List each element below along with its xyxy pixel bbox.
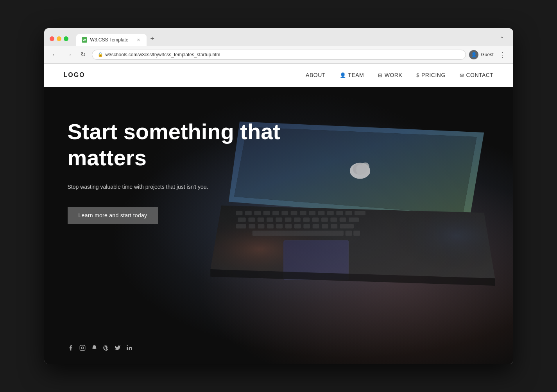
active-tab[interactable]: W W3.CSS Template × [76, 34, 147, 46]
nav-link-about[interactable]: ABOUT [306, 72, 326, 78]
pricing-icon: $ [416, 72, 419, 78]
twitter-icon[interactable] [115, 345, 121, 353]
browser-window: W W3.CSS Template × + ⌃ ← → ↻ 🔒 w3school… [44, 28, 513, 364]
pinterest-icon[interactable] [103, 345, 109, 353]
address-text: w3schools.com/w3css/tryw3css_templates_s… [106, 52, 220, 57]
site-nav-links: ABOUT 👤 TEAM ⊞ WORK $ PRICING ✉ CONTACT [306, 72, 493, 78]
team-icon: 👤 [340, 72, 346, 78]
svg-point-56 [127, 345, 128, 346]
minimize-button[interactable] [57, 36, 61, 41]
hero-cta-button[interactable]: Learn more and start today [68, 207, 158, 224]
snapchat-icon[interactable] [91, 345, 97, 353]
browser-menu-button[interactable]: ⋮ [497, 49, 508, 60]
lock-icon: 🔒 [98, 52, 103, 57]
nav-label-pricing: PRICING [421, 72, 446, 78]
back-button[interactable]: ← [50, 49, 61, 60]
maximize-button[interactable] [64, 36, 68, 41]
work-icon: ⊞ [378, 72, 383, 78]
tab-bar: W W3.CSS Template × + [76, 32, 492, 46]
close-button[interactable] [50, 36, 54, 41]
nav-link-pricing[interactable]: $ PRICING [416, 72, 446, 78]
nav-label-work: WORK [385, 72, 403, 78]
social-icons [44, 345, 513, 364]
traffic-lights [50, 36, 68, 41]
refresh-button[interactable]: ↻ [78, 49, 89, 60]
user-button[interactable]: 👤 Guest [469, 50, 493, 59]
nav-label-about: ABOUT [306, 72, 326, 78]
hero-title: Start something that matters [68, 118, 333, 171]
nav-link-contact[interactable]: ✉ CONTACT [460, 72, 494, 78]
forward-button[interactable]: → [64, 49, 75, 60]
nav-link-work[interactable]: ⊞ WORK [378, 72, 402, 78]
user-label: Guest [481, 52, 493, 57]
nav-label-contact: CONTACT [466, 72, 493, 78]
svg-point-55 [84, 346, 84, 346]
nav-label-team: TEAM [348, 72, 364, 78]
hero-text-content: Start something that matters Stop wastin… [44, 87, 513, 240]
hero-subtitle: Stop wasting valuable time with projects… [68, 183, 244, 191]
window-controls: ⌃ [496, 36, 508, 42]
hero-section: Start something that matters Stop wastin… [44, 87, 513, 364]
new-tab-button[interactable]: + [147, 32, 159, 46]
browser-titlebar: W W3.CSS Template × + ⌃ [44, 28, 513, 46]
svg-rect-53 [80, 345, 85, 350]
instagram-icon[interactable] [79, 345, 86, 353]
tab-favicon: W [82, 37, 87, 43]
contact-icon: ✉ [460, 72, 464, 78]
user-avatar-icon: 👤 [471, 52, 477, 57]
tab-close-button[interactable]: × [136, 37, 141, 43]
svg-point-54 [81, 347, 83, 349]
linkedin-icon[interactable] [126, 345, 133, 353]
site-logo: LOGO [64, 72, 85, 79]
site-nav: LOGO ABOUT 👤 TEAM ⊞ WORK $ PRICING [44, 64, 513, 87]
user-avatar: 👤 [469, 50, 478, 59]
browser-controls: ← → ↻ 🔒 w3schools.com/w3css/tryw3css_tem… [44, 46, 513, 64]
tab-title: W3.CSS Template [90, 37, 129, 43]
facebook-icon[interactable] [68, 345, 74, 353]
website-content: LOGO ABOUT 👤 TEAM ⊞ WORK $ PRICING [44, 64, 513, 364]
nav-link-team[interactable]: 👤 TEAM [340, 72, 364, 78]
address-bar[interactable]: 🔒 w3schools.com/w3css/tryw3css_templates… [92, 50, 466, 60]
